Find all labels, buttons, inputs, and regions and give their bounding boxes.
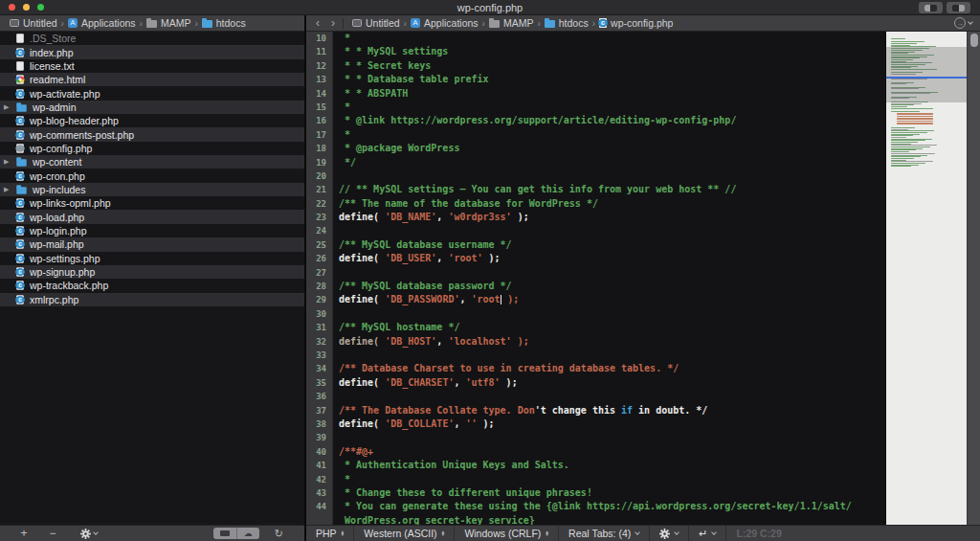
file-row[interactable]: ▶wp-includes (0, 183, 304, 196)
file-row[interactable]: ▶wp-admin (0, 101, 304, 114)
code-line[interactable]: 13 * * Database table prefix (306, 73, 885, 86)
tabs-menu[interactable]: Real Tabs: (4) (558, 526, 649, 541)
line-number: 36 (306, 390, 332, 403)
code-line[interactable]: 34/** Database Charset to use in creatin… (306, 362, 885, 375)
toggle-left-panel-button[interactable] (919, 2, 943, 13)
file-actions-menu[interactable] (80, 529, 98, 539)
forward-button[interactable]: › (331, 18, 335, 28)
code-line[interactable]: 26define( 'DB_USER', 'root' ); (306, 252, 885, 265)
file-row[interactable]: xmlrpc.php (0, 293, 304, 306)
code-line[interactable]: WordPress.org secret-key service} (306, 514, 885, 525)
code-line[interactable]: 12 * * Secret keys (306, 59, 885, 73)
disclosure-triangle-icon[interactable]: ▶ (4, 103, 9, 111)
code-text: * * Database table prefix (332, 73, 489, 86)
breadcrumb-item-untitled[interactable]: Untitled (352, 17, 400, 29)
code-line[interactable]: 27 (306, 266, 885, 280)
code-token: /**#@+ (339, 446, 373, 457)
refresh-button[interactable]: ↻ (275, 528, 283, 540)
file-row[interactable]: license.txt (0, 59, 304, 73)
vertical-scrollbar[interactable] (967, 32, 980, 525)
code-line[interactable]: 23define( 'DB_NAME', 'w0rdpr3ss' ); (306, 211, 885, 224)
code-line[interactable]: 37/** The Database Collate type. Don't c… (306, 404, 885, 417)
code-line[interactable]: 15 * (306, 101, 885, 114)
code-line[interactable]: 40/**#@+ (306, 445, 885, 459)
local-files-toggle[interactable] (213, 528, 236, 539)
breadcrumb-item-untitled[interactable]: Untitled (10, 17, 57, 29)
code-line[interactable]: 36 (306, 390, 885, 403)
zoom-window-button[interactable] (37, 4, 44, 11)
disclosure-triangle-icon[interactable]: ▶ (4, 158, 9, 166)
breadcrumb-item-applications[interactable]: Applications (411, 17, 479, 29)
toggle-right-panel-button[interactable] (947, 2, 970, 13)
language-popup[interactable]: PHP▴▾ (306, 526, 353, 541)
back-button[interactable]: ‹ (316, 18, 320, 28)
file-row[interactable]: wp-settings.php (0, 252, 304, 265)
file-row[interactable]: wp-signup.php (0, 265, 304, 279)
scrollbar-thumb[interactable] (970, 34, 978, 47)
file-row[interactable]: wp-login.php (0, 224, 304, 237)
editor-status-bar: PHP▴▾Western (ASCII)▴▾Windows (CRLF)▴▾Re… (306, 525, 980, 541)
encoding-popup[interactable]: Western (ASCII)▴▾ (353, 526, 454, 541)
code-line[interactable]: 44 * You can generate these using the {@… (306, 500, 885, 513)
file-row[interactable]: wp-blog-header.php (0, 114, 304, 127)
code-line[interactable]: 22/** The name of the database for WordP… (306, 197, 885, 211)
code-line[interactable]: 18 * @package WordPress (306, 142, 885, 155)
code-line[interactable]: 25/** MySQL database username */ (306, 238, 885, 252)
code-line[interactable]: 39 (306, 431, 885, 444)
code-line[interactable]: 20 (306, 169, 885, 183)
code-line[interactable]: 42 * (306, 473, 885, 486)
code-line[interactable]: 17 * (306, 128, 885, 142)
code-minimap[interactable] (885, 32, 967, 525)
code-line[interactable]: 14 * * ABSPATH (306, 87, 885, 101)
code-line[interactable]: 43 * Change these to different unique ph… (306, 486, 885, 500)
code-line[interactable]: 16 * @link https://wordpress.org/support… (306, 114, 885, 127)
remote-files-toggle[interactable]: ☁ (236, 528, 259, 539)
file-row[interactable]: wp-mail.php (0, 237, 304, 251)
breadcrumb-item-applications[interactable]: Applications (68, 17, 136, 29)
file-row[interactable]: wp-links-opml.php (0, 196, 304, 210)
code-line[interactable]: 38define( 'DB_COLLATE', '' ); (306, 417, 885, 431)
line-ending-menu[interactable]: ↵ (688, 526, 725, 541)
code-line[interactable]: 24 (306, 224, 885, 237)
breadcrumb-item-htdocs[interactable]: htdocs (545, 17, 589, 29)
disclosure-triangle-icon[interactable]: ▶ (4, 186, 9, 193)
add-file-button[interactable]: + (10, 527, 38, 540)
close-window-button[interactable] (9, 4, 15, 11)
breadcrumb-item-wp-config-php[interactable]: wp-config.php (599, 17, 673, 29)
file-row[interactable]: .DS_Store (0, 32, 304, 45)
file-row[interactable]: wp-comments-post.php (0, 127, 304, 141)
code-text: * * MySQL settings (332, 45, 448, 58)
file-row[interactable]: wp-load.php (0, 210, 304, 223)
file-name: xmlrpc.php (30, 294, 78, 305)
breadcrumb-item-mamp[interactable]: MAMP (146, 17, 191, 29)
preview-control[interactable]: → (954, 17, 972, 29)
breadcrumb-item-mamp[interactable]: MAMP (489, 17, 534, 29)
minimize-window-button[interactable] (23, 4, 30, 11)
code-line[interactable]: 31/** MySQL hostname */ (306, 321, 885, 334)
code-line[interactable]: 21// ** MySQL settings — You can get thi… (306, 183, 885, 196)
code-line[interactable]: 19 */ (306, 156, 885, 169)
code-line[interactable]: 28/** MySQL database password */ (306, 280, 885, 293)
line-endings-popup[interactable]: Windows (CRLF)▴▾ (454, 526, 558, 541)
code-line[interactable]: 35define( 'DB_CHARSET', 'utf8' ); (306, 376, 885, 390)
minimap-viewport-indicator[interactable] (886, 47, 967, 102)
code-line[interactable]: 29define( 'DB_PASSWORD', 'root ); (306, 293, 885, 306)
file-row[interactable]: readme.html (0, 73, 304, 86)
file-row[interactable]: ▶wp-content (0, 155, 304, 169)
file-row[interactable]: wp-config.php (0, 142, 304, 155)
code-line[interactable]: 41 * Authentication Unique Keys and Salt… (306, 459, 885, 472)
code-line[interactable]: 30 (306, 307, 885, 321)
code-line[interactable]: 32define( 'DB_HOST', 'localhost' ); (306, 335, 885, 349)
remove-file-button[interactable]: − (38, 527, 67, 540)
code-text: * * Secret keys (332, 59, 431, 73)
file-row[interactable]: wp-activate.php (0, 86, 304, 100)
code-line[interactable]: 11 * * MySQL settings (306, 45, 885, 58)
file-row[interactable]: index.php (0, 45, 304, 58)
code-editor[interactable]: 10 *11 * * MySQL settings12 * * Secret k… (306, 32, 885, 525)
code-line[interactable]: 10 * (306, 32, 885, 45)
code-line[interactable]: 33 (306, 349, 885, 362)
breadcrumb-item-htdocs[interactable]: htdocs (202, 17, 246, 29)
editor-settings-menu[interactable] (649, 526, 688, 541)
file-row[interactable]: wp-cron.php (0, 169, 304, 182)
file-row[interactable]: wp-trackback.php (0, 279, 304, 292)
